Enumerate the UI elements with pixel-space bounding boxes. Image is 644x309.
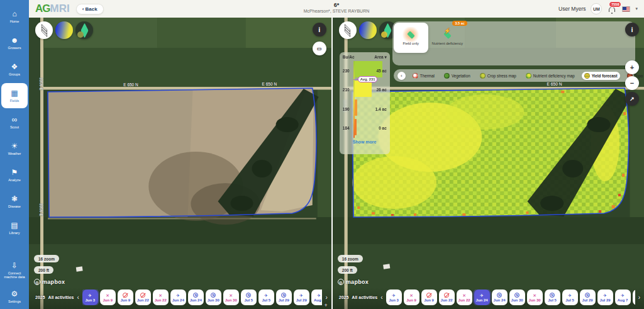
timeline-chip-aug-7[interactable]: ✈Aug 7 [311, 289, 323, 305]
sidebar-item-settings[interactable]: ⚙Settings [1, 284, 28, 309]
timeline-chip-jul-29[interactable]: NJul 29 [580, 289, 596, 305]
satellite-icon: N [193, 293, 198, 298]
timeline-next-icon[interactable]: › [638, 295, 640, 301]
layers-button[interactable] [35, 21, 53, 39]
timeline-chip-jun-22[interactable]: Jun 22 [135, 289, 151, 305]
show-more-link[interactable]: Show more [343, 140, 387, 144]
chip-date-label: Jul 29 [600, 298, 611, 302]
timeline-chips-left: ✈Jun 3✕Jun 9Jun 9Jun 22✕Jun 22✈Jun 24NJu… [82, 289, 323, 305]
histogram-bar [355, 99, 357, 116]
timeline-chip-jun-22[interactable]: ✕Jun 22 [457, 289, 472, 305]
timeline-chip-jun-22[interactable]: ✕Jun 22 [153, 289, 169, 305]
sidebar-item-disease[interactable]: ❃Disease [1, 189, 28, 214]
layer-chip-label: Yield forecast [592, 74, 618, 78]
zoom-in-button[interactable]: + [625, 60, 639, 74]
sidebar-item-fields[interactable]: ▦Fields [1, 83, 28, 108]
thermal-icon [413, 73, 418, 79]
timeline-chip-jun-30[interactable]: ✕Jun 30 [527, 289, 543, 305]
sidebar-item-growers[interactable]: ☻Growers [1, 30, 28, 55]
mode-card-nutrient-deficiency[interactable]: ⚡Nutrient deficiency3.5 ac [430, 23, 465, 53]
mapbox-icon: ◎ [34, 279, 40, 285]
back-button[interactable]: ‹ Back [76, 4, 104, 14]
us-flag-icon[interactable] [622, 6, 630, 12]
sidebar-item-scout[interactable]: ∞Scout [1, 110, 28, 135]
field-view-button[interactable] [75, 21, 93, 39]
scout-icon: ∞ [12, 116, 18, 124]
zoom-out-button[interactable]: − [625, 76, 639, 90]
notifications-button[interactable]: 7558 [607, 4, 617, 14]
timeline-prev-icon[interactable]: ‹ [77, 295, 79, 301]
road-label: E 650 N [547, 82, 562, 86]
sidebar-item-groups[interactable]: ❖Groups [1, 57, 28, 82]
timeline-chip-jul-29[interactable]: ✈Jul 29 [294, 289, 309, 305]
timeline-chip-jul-29[interactable]: ✈Jul 29 [597, 289, 613, 305]
road-label: E 650 N [262, 82, 277, 86]
sidebar-item-weather[interactable]: ☀Weather [1, 136, 28, 161]
layer-chip-vegetation[interactable]: Vegetation [441, 72, 473, 80]
timeline-chip-jun-30[interactable]: NJun 30 [509, 289, 525, 305]
satellite-map-left[interactable]: E 650 N E 650 N 3300 E 3300 E [29, 18, 331, 309]
gradient-legend-button[interactable] [55, 21, 73, 39]
timeline-chip-jun-24[interactable]: ✈Jun 24 [474, 289, 490, 305]
timeline-chip-jul-5[interactable]: ✈Jul 5 [562, 289, 578, 305]
chevron-down-icon[interactable]: ▾ [635, 6, 638, 11]
timeline-chip-jun-24[interactable]: NJun 24 [188, 289, 204, 305]
timeline-prev-icon[interactable]: ‹ [380, 295, 382, 301]
layer-chip-yield-forecast[interactable]: Yield forecast [582, 72, 620, 80]
sidebar-item-connect-machine-data[interactable]: ⇩Connect machine data [1, 257, 28, 283]
chip-row-prev-button[interactable]: ‹ [397, 72, 406, 80]
timeline-chip-jun-9[interactable]: ✕Jun 9 [404, 289, 419, 305]
timeline-chip-aug-7[interactable]: ✈Aug 7 [615, 289, 631, 305]
timeline-chip-jun-22[interactable]: Jun 22 [439, 289, 455, 305]
layer-chip-nutrient-deficiency-map[interactable]: Nutrient deficiency map [523, 72, 577, 80]
sidebar-item-library[interactable]: ▤Library [1, 215, 28, 240]
layer-chip-crop-stress-map[interactable]: Crop stress map [477, 72, 519, 80]
mapbox-attribution[interactable]: ◎mapbox [338, 279, 369, 285]
map-panel-left[interactable]: E 650 N E 650 N 3300 E 3300 E i ▭ 16 zoo… [29, 18, 331, 309]
timeline-chip-jun-24[interactable]: NJun 24 [492, 289, 508, 305]
timeline-chip-jun-30[interactable]: NJun 30 [206, 289, 221, 305]
compass-button[interactable]: ↗ [625, 92, 639, 106]
timeline-chip-jul-5[interactable]: NJul 5 [241, 289, 257, 305]
vegetation-icon [444, 73, 450, 79]
layers-button[interactable] [339, 21, 357, 39]
sidebar-item-home[interactable]: ⌂Home [1, 4, 28, 29]
timeline-chip-jun-30[interactable]: ✕Jun 30 [223, 289, 239, 305]
layer-chip-label: Crop stress map [487, 74, 516, 78]
user-name: User Myers [558, 6, 586, 12]
timeline-chip-jul-5[interactable]: NJul 5 [545, 289, 560, 305]
legend-area-dropdown[interactable]: Area ▾ [374, 55, 387, 60]
info-button[interactable]: i [625, 23, 639, 37]
logo-ag-text: AG [35, 3, 50, 15]
layers-icon [40, 26, 48, 35]
sidebar-item-analyze[interactable]: ⚑Analyze [1, 162, 28, 188]
nutrient-deficiency-map-icon [526, 73, 531, 79]
activities-filter[interactable]: All activities [352, 295, 377, 300]
timeline-chip-jun-9[interactable]: ✕Jun 9 [100, 289, 116, 305]
yield-forecast-icon [584, 73, 590, 79]
timeline-next-icon[interactable]: › [325, 295, 327, 301]
timeline-chip-aug[interactable]: ✈Aug [633, 289, 635, 305]
timeline-chip-jul-29[interactable]: NJul 29 [276, 289, 292, 305]
avatar[interactable]: UM [591, 3, 602, 14]
layer-chip-thermal[interactable]: Thermal [410, 72, 437, 80]
timeline-chip-jun-9[interactable]: Jun 9 [118, 289, 133, 305]
activities-filter[interactable]: All activities [48, 295, 74, 300]
plane-icon: ✈ [480, 293, 484, 298]
gradient-legend-button[interactable] [359, 21, 377, 39]
mapbox-attribution[interactable]: ◎mapbox [34, 279, 65, 285]
map-panel-right[interactable]: E 650 N 3300 E Field only⚡Nutrient defic… [333, 18, 644, 309]
timeline-chip-jul-5[interactable]: ✈Jul 5 [258, 289, 274, 305]
timeline-chip-jun-24[interactable]: ✈Jun 24 [170, 289, 186, 305]
weather-icon: ☀ [11, 142, 18, 150]
info-button[interactable]: i [313, 23, 326, 37]
timeline-chip-jun-3[interactable]: ✈Jun 3 [82, 289, 98, 305]
measure-tool-button[interactable]: ▭ [313, 42, 326, 55]
resize-plus-icon[interactable]: + [325, 302, 328, 308]
timeline-chip-jun-3[interactable]: ✈Jun 3 [386, 289, 402, 305]
connect-machine-data-icon: ⇩ [11, 262, 18, 270]
mode-card-field-only[interactable]: Field only [394, 23, 428, 53]
layers-icon [343, 26, 352, 35]
timeline-chip-jun-9[interactable]: Jun 9 [421, 289, 437, 305]
scale-pill: 200 ft [34, 266, 53, 274]
